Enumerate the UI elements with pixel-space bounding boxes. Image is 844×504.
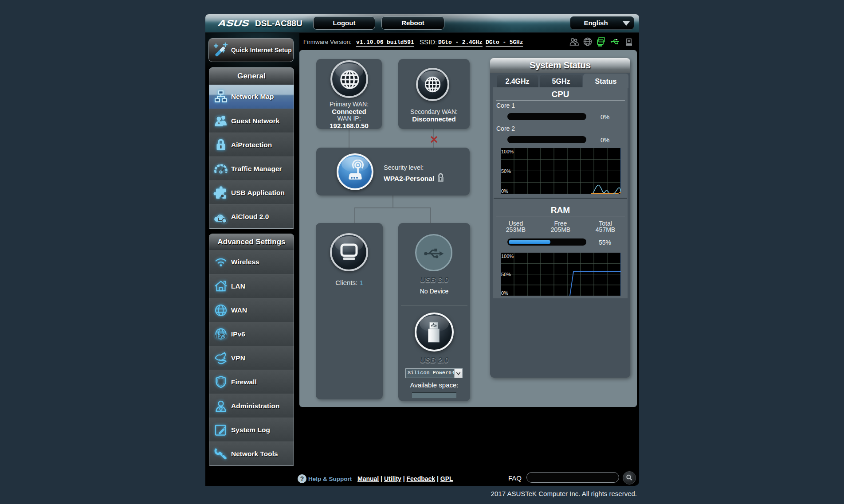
svg-text:0%: 0% xyxy=(501,290,508,296)
svg-text:100%: 100% xyxy=(501,254,514,259)
svg-text:100%: 100% xyxy=(501,149,514,154)
svg-text:50%: 50% xyxy=(501,272,511,277)
svg-text:ASUS: ASUS xyxy=(216,20,249,27)
svg-text:0%: 0% xyxy=(501,188,508,194)
svg-text:IPv6: IPv6 xyxy=(216,333,226,338)
svg-text:50%: 50% xyxy=(501,168,511,174)
